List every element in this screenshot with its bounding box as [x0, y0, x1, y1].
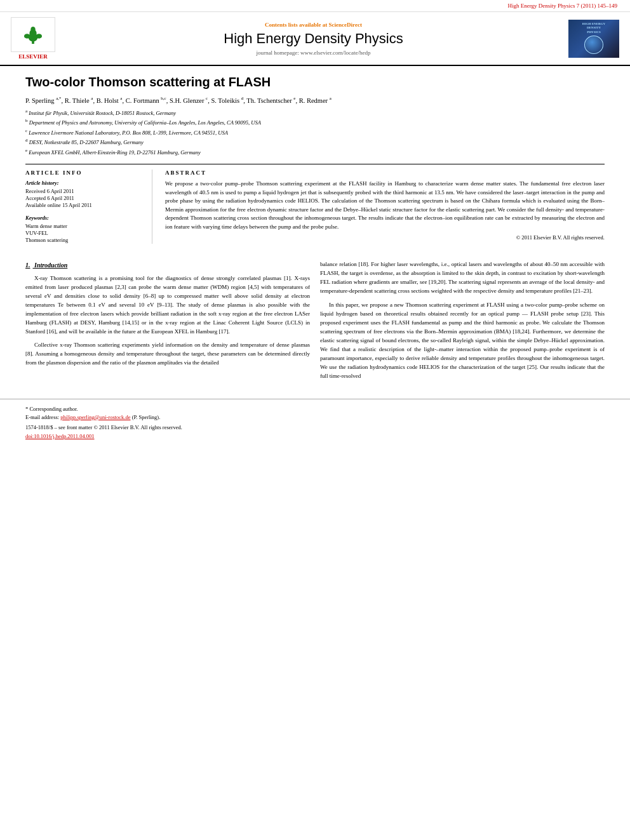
- section1-para2: Collective x-ray Thomson scattering expe…: [25, 341, 310, 368]
- journal-title: High Energy Density Physics: [64, 30, 563, 47]
- affil-c: c Lawrence Livermore National Laboratory…: [25, 128, 605, 137]
- journal-header: ELSEVIER Contents lists available at Sci…: [0, 12, 630, 66]
- email-note: E-mail address: philipp.sperling@uni-ros…: [25, 414, 605, 420]
- article-title: Two-color Thomson scattering at FLASH: [25, 75, 605, 90]
- journal-center: Contents lists available at ScienceDirec…: [64, 22, 563, 56]
- history-label: Article history:: [25, 180, 143, 186]
- abstract-text: We propose a two-color pump–probe Thomso…: [165, 180, 605, 242]
- body-two-col: 1. Introduction X-ray Thomson scattering…: [25, 257, 605, 385]
- page-wrapper: High Energy Density Physics 7 (2011) 145…: [0, 0, 630, 840]
- elsevier-label: ELSEVIER: [18, 53, 48, 60]
- keywords-label: Keywords:: [25, 215, 143, 221]
- affil-e: e European XFEL GmbH, Albert-Einstein-Ri…: [25, 147, 605, 157]
- email-link[interactable]: philipp.sperling@uni-rostock.de: [60, 414, 130, 420]
- logo-right: HIGH ENERGYDENSITYPHYSICS: [568, 20, 622, 58]
- info-abstract-section: ARTICLE INFO Article history: Received 6…: [25, 164, 605, 244]
- article-info-col: ARTICLE INFO Article history: Received 6…: [25, 170, 152, 244]
- elsevier-logo-box: [11, 17, 55, 52]
- footer-section: * Corresponding author. E-mail address: …: [0, 399, 630, 443]
- affil-d: d DESY, Notkestraße 85, D-22607 Hamburg,…: [25, 137, 605, 147]
- svg-point-4: [24, 34, 30, 39]
- section1-heading: 1. Introduction: [25, 260, 310, 270]
- logo-circle-decoration: [584, 36, 603, 54]
- affil-b: b Department of Physics and Astronomy, U…: [25, 117, 605, 127]
- affil-a: a Institut für Physik, Universität Rosto…: [25, 108, 605, 117]
- journal-homepage: journal homepage: www.elsevier.com/locat…: [64, 50, 563, 56]
- doi-line: doi:10.1016/j.hedp.2011.04.001: [25, 433, 605, 439]
- abstract-col: ABSTRACT We propose a two-color pump–pro…: [165, 170, 605, 244]
- body-col-left: 1. Introduction X-ray Thomson scattering…: [25, 260, 310, 385]
- doi-link[interactable]: doi:10.1016/j.hedp.2011.04.001: [25, 433, 95, 439]
- received-date: Received 6 April 2011: [25, 188, 143, 194]
- elsevier-tree-icon: [20, 25, 46, 44]
- keyword-1: Warm dense matter: [25, 223, 143, 229]
- issn-line: 1574-1818/$ – see front matter © 2011 El…: [25, 424, 605, 430]
- logo-left: ELSEVIER: [8, 17, 58, 60]
- corresponding-note: * Corresponding author.: [25, 406, 605, 412]
- body-col-right: balance relation [18]. For higher laser …: [320, 260, 605, 385]
- section1-right-para1: balance relation [18]. For higher laser …: [320, 260, 605, 296]
- section1-right-para2: In this paper, we propose a new Thomson …: [320, 301, 605, 380]
- article-history-block: Article history: Received 6 April 2011 A…: [25, 180, 143, 208]
- article-info-heading: ARTICLE INFO: [25, 170, 143, 176]
- abstract-heading: ABSTRACT: [165, 170, 605, 176]
- authors-line: P. Sperling a,*, R. Thiele a, B. Holst a…: [25, 96, 605, 104]
- science-direct-link: Contents lists available at ScienceDirec…: [64, 22, 563, 28]
- keywords-section: Keywords: Warm dense matter VUV-FEL Thom…: [25, 215, 143, 243]
- keyword-3: Thomson scattering: [25, 237, 143, 243]
- journal-logo-image: HIGH ENERGYDENSITYPHYSICS: [568, 20, 619, 58]
- available-online-date: Available online 15 April 2011: [25, 202, 143, 208]
- science-direct-brand[interactable]: ScienceDirect: [329, 22, 362, 28]
- article-content: Two-color Thomson scattering at FLASH P.…: [0, 66, 630, 392]
- accepted-date: Accepted 6 April 2011: [25, 195, 143, 201]
- top-bar: High Energy Density Physics 7 (2011) 145…: [0, 0, 630, 12]
- affiliations-block: a Institut für Physik, Universität Rosto…: [25, 108, 605, 157]
- svg-point-3: [30, 26, 36, 32]
- svg-point-5: [36, 34, 42, 39]
- copyright-note: © 2011 Elsevier B.V. All rights reserved…: [165, 234, 605, 242]
- journal-citation: High Energy Density Physics 7 (2011) 145…: [508, 3, 618, 9]
- keyword-2: VUV-FEL: [25, 230, 143, 236]
- section1-para1: X-ray Thomson scattering is a promising …: [25, 274, 310, 337]
